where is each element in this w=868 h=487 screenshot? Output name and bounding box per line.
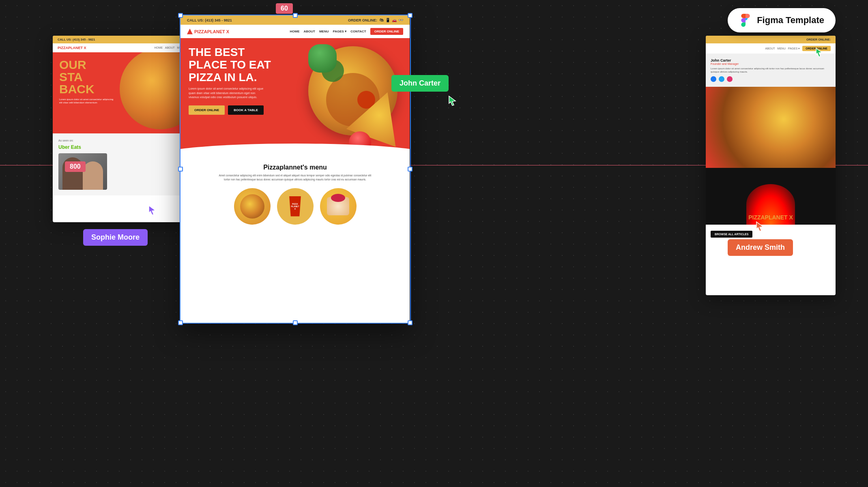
cursor-john [448,95,457,107]
ubereats-logo: Uber Eats [58,144,189,150]
nav-home[interactable]: HOME [290,30,299,33]
nav-order-btn[interactable]: ORDER ONLINE [370,28,403,35]
figma-badge-text: Figma Template [757,15,824,26]
main-phone: CALL US: (413) 345 - 9821 [187,18,232,22]
dimension-label-left: 800 [65,161,86,172]
left-hero: OURSTABACK Lorem ipsum dolor sit amet co… [53,52,195,133]
left-topbar: CALL US: (413) 345 - 9821 [53,36,195,43]
main-nav: PIZZAPLANET X HOME ABOUT MENU PAGES CONT… [180,25,410,38]
social-icons [711,76,831,82]
menu-item-pizza [234,188,271,225]
figma-icon [739,14,752,27]
social-icon-3[interactable] [727,76,733,82]
right-hero [706,87,836,168]
left-card: CALL US: (413) 345 - 9821 PIZZAPLANET X … [53,36,195,222]
hero-order-btn[interactable]: ORDER ONLINE [189,105,225,115]
right-person-section: John Carter Founder and Manager Lorem ip… [706,54,836,87]
nav-links: HOME ABOUT MENU PAGES CONTACT ORDER ONLI… [290,28,403,35]
cup-label: PIZZAPLANETX [291,203,299,210]
hero-table-btn[interactable]: BOOK A TABLE [228,105,264,115]
cursor-right-nav [815,47,823,57]
menu-desc: Amet consectetur adipiscing elit enim bi… [218,174,372,182]
right-person-title: John Carter [711,58,831,62]
left-hero-title: OURSTABACK [59,59,188,95]
left-seen: As seen on: [58,139,189,142]
icon-4: 👓 [398,18,403,22]
main-topbar-right: ORDER ONLINE: 🛍 📱 🚗 👓 [348,18,403,22]
main-topbar: CALL US: (413) 345 - 9821 ORDER ONLINE: … [180,15,410,25]
icon-1: 🛍 [380,18,384,22]
hero-desc: Lorem ipsum dolor sit amet consectetur a… [189,87,266,100]
main-hero: THE BEST PLACE TO EAT PIZZA IN LA. Lorem… [180,38,410,156]
nav-logo: PIZZAPLANET X [187,29,229,34]
icon-2: 📱 [385,18,390,22]
right-topbar: ORDER ONLINE: [706,36,836,43]
right-person-text: Lorem ipsum dolor sit amet consectetur a… [711,67,831,74]
social-icon-2[interactable] [719,76,724,82]
person-2 [83,161,103,190]
browse-btn[interactable]: BROWSE ALL ARTICLES [711,231,752,238]
right-card: ORDER ONLINE: ABOUT MENU PAGES ▾ ORDER O… [706,36,836,295]
left-hero-sub: Lorem ipsum dolor sit amet consectetur a… [59,98,116,105]
order-online-label: ORDER ONLINE: [348,18,377,22]
menu-title: Pizzaplannet's menu [189,164,402,171]
main-menu: Pizzaplannet's menu Amet consectetur adi… [180,156,410,233]
right-person-role: Founder and Manager [711,62,831,65]
nav-about[interactable]: ABOUT [303,30,315,33]
nav-contact[interactable]: CONTACT [350,30,366,33]
right-dark-section: PIZZAPLANET X [706,168,836,225]
figma-badge: Figma Template [728,8,836,32]
left-nav: PIZZAPLANET X HOME ABOUT MENU ▶ [53,43,195,52]
social-icon-1[interactable] [711,76,716,82]
hero-title: THE BEST PLACE TO EAT PIZZA IN LA. [189,46,278,84]
main-card: CALL US: (413) 345 - 9821 ORDER ONLINE: … [180,15,410,324]
menu-item-cake [320,188,357,225]
logo-text: PIZZAPLANET X [194,29,229,34]
right-nav-links: ABOUT MENU PAGES ▾ [765,47,800,50]
left-phone: CALL US: (413) 345 - 9821 [58,38,95,41]
andrew-smith-label: Andrew Smith [728,239,793,256]
sophie-moore-label: Sophie Moore [83,229,148,246]
right-hero-pizza [706,87,836,168]
nav-pages[interactable]: PAGES [333,30,346,33]
pepper-visual [308,44,337,73]
nav-menu[interactable]: MENU [319,30,329,33]
wave-divider [180,144,410,156]
logo-icon [187,29,193,34]
right-logo-overlay: PIZZAPLANET X [748,214,793,221]
john-carter-label: John Carter [391,75,449,92]
right-topbar-label: ORDER ONLINE: [806,38,831,41]
left-logo: PIZZAPLANET X [58,46,86,50]
icon-3: 🚗 [392,18,397,22]
topbar-icons: 🛍 📱 🚗 👓 [380,18,403,22]
menu-items: PIZZAPLANETX [189,188,402,225]
menu-item-drink: PIZZAPLANETX [277,188,314,225]
dimension-label-top: 60 [276,3,293,14]
